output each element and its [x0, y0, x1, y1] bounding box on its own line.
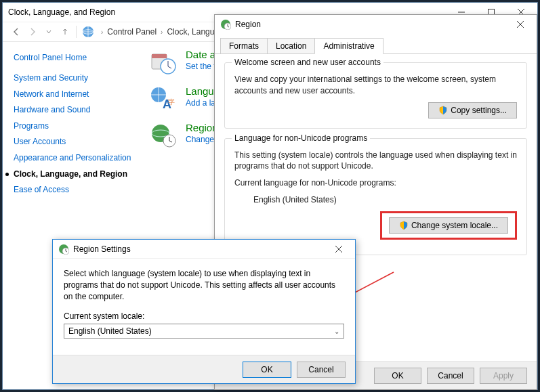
forward-button[interactable] [24, 24, 41, 40]
tab-administrative[interactable]: Administrative [314, 38, 383, 54]
globe-clock-icon [149, 122, 176, 149]
sidebar-item-clock[interactable]: Clock, Language, and Region [14, 169, 133, 180]
chevron-right-icon: › [97, 28, 107, 36]
btn-label: Change system locale... [411, 221, 498, 230]
tab-location[interactable]: Location [267, 38, 315, 53]
region-title: Region [235, 20, 261, 29]
rs-label: Current system locale: [64, 311, 344, 321]
cp-title: Clock, Language, and Region [8, 7, 115, 17]
clock-icon [149, 49, 176, 76]
sidebar-item-appearance[interactable]: Appearance and Personalization [14, 153, 133, 164]
rs-titlebar: Region Settings [53, 240, 355, 259]
highlight-box: Change system locale... [380, 211, 517, 240]
sidebar-item-system[interactable]: System and Security [14, 73, 133, 84]
copy-settings-button[interactable]: Copy settings... [428, 102, 517, 118]
nonunicode-text: This setting (system locale) controls th… [234, 150, 517, 173]
apply-button: Apply [480, 368, 527, 384]
combo-value: English (United States) [68, 326, 152, 336]
sidebar-item-network[interactable]: Network and Internet [14, 89, 133, 100]
shield-icon [399, 221, 409, 230]
welcome-group: Welcome screen and new user accounts Vie… [224, 62, 527, 129]
svg-rect-4 [152, 54, 167, 58]
group-legend: Language for non-Unicode programs [232, 133, 370, 143]
sidebar-item-programs[interactable]: Programs [14, 121, 133, 132]
globe-icon [220, 19, 231, 30]
locale-combobox[interactable]: English (United States) ⌄ [64, 324, 344, 339]
region-titlebar: Region [215, 15, 537, 34]
history-dropdown[interactable] [41, 24, 57, 40]
globe-icon [58, 244, 69, 255]
chevron-down-icon: ⌄ [334, 328, 339, 335]
close-button[interactable] [507, 16, 534, 32]
breadcrumb-leaf[interactable]: Clock, Langu... [167, 27, 221, 37]
rs-body: Select which language (system locale) to… [53, 259, 355, 348]
rs-title: Region Settings [73, 244, 131, 254]
svg-text:字: 字 [168, 98, 175, 106]
cp-home-link[interactable]: Control Panel Home [14, 53, 133, 62]
shield-icon [438, 106, 448, 115]
current-lang-label: Current language for non-Unicode program… [234, 177, 517, 189]
ok-button[interactable]: OK [374, 368, 421, 384]
welcome-text: View and copy your international setting… [234, 74, 517, 97]
cancel-button[interactable]: Cancel [427, 368, 474, 384]
tab-strip: Formats Location Administrative [215, 38, 537, 54]
tab-formats[interactable]: Formats [220, 38, 268, 53]
breadcrumb-root[interactable]: Control Panel [107, 27, 157, 37]
chevron-right-icon: › [157, 28, 167, 36]
change-locale-button[interactable]: Change system locale... [389, 217, 508, 234]
ok-button[interactable]: OK [243, 362, 291, 378]
up-button[interactable] [57, 24, 73, 40]
btn-label: Copy settings... [451, 106, 507, 115]
rs-text: Select which language (system locale) to… [64, 268, 344, 302]
region-settings-dialog: Region Settings Select which language (s… [52, 239, 356, 384]
sidebar-item-hardware[interactable]: Hardware and Sound [14, 105, 133, 116]
sidebar-item-users[interactable]: User Accounts [14, 137, 133, 148]
cat-sub[interactable]: Change l [186, 135, 218, 144]
back-button[interactable] [8, 24, 24, 40]
current-lang-value: English (United States) [253, 194, 517, 206]
language-icon: A字 [149, 85, 176, 112]
cat-title: Region [186, 122, 218, 133]
cancel-button[interactable]: Cancel [297, 362, 346, 378]
group-legend: Welcome screen and new user accounts [232, 58, 383, 67]
breadcrumb[interactable]: › Control Panel › Clock, Langu... [97, 27, 221, 37]
sidebar-item-ease[interactable]: Ease of Access [14, 185, 133, 196]
rs-footer: OK Cancel [53, 355, 355, 383]
globe-icon [82, 26, 94, 38]
close-button[interactable] [325, 241, 352, 257]
nonunicode-group: Language for non-Unicode programs This s… [224, 138, 527, 255]
